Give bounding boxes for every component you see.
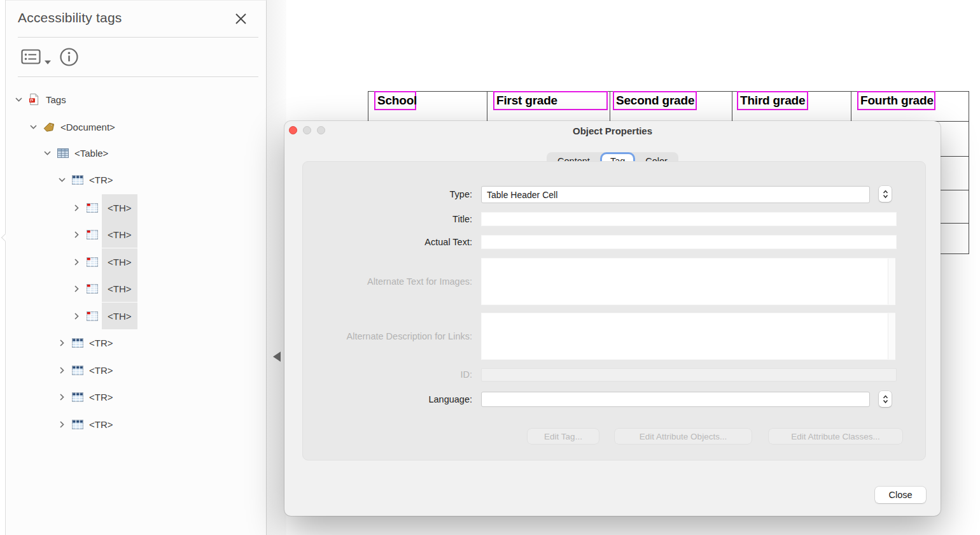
info-icon[interactable] [59,47,79,67]
chevron-right-icon[interactable] [58,366,66,374]
table-icon [57,148,69,159]
title-label: Title: [303,214,472,224]
alt-text-images-field [481,258,895,305]
app-window: Accessibility tags Tags <Document> [0,0,980,535]
tree-item-th-4[interactable]: <TH> [6,275,266,302]
chevron-right-icon[interactable] [73,285,81,293]
chevron-right-icon[interactable] [73,231,81,239]
tree-item-label: Tags [46,94,66,105]
up-down-chevrons-icon [883,395,888,404]
tree-item-label: <TH> [102,275,137,302]
tree-item-th-2[interactable]: <TH> [6,221,266,248]
type-field[interactable] [481,186,870,203]
tag-icon [43,122,55,132]
chevron-down-icon[interactable] [29,123,38,131]
tree-item-label: <Table> [74,148,108,159]
pdf-file-icon [29,94,40,105]
tree-item-label: <TR> [89,338,113,348]
tree-item-document[interactable]: <Document> [6,113,266,140]
language-label: Language: [303,394,472,404]
table-gridline [969,91,969,254]
up-down-chevrons-icon [883,190,888,199]
table-header-cell-icon [87,229,98,240]
title-field[interactable] [481,212,897,226]
chevron-right-icon[interactable] [73,258,81,266]
tree-item-tr-header[interactable]: <TR> [6,166,266,193]
header-cell-text: Fourth grade [860,94,934,108]
object-properties-dialog: Object Properties Content Tag Color Type… [284,121,941,516]
tree-item-label: <TR> [89,175,113,185]
chevron-down-icon[interactable] [43,149,52,157]
tree-item-th-5[interactable]: <TH> [6,303,266,329]
divider [18,37,258,38]
tree-item-tr-4[interactable]: <TR> [6,383,266,410]
table-row-icon [72,175,83,185]
table-header-cell-icon [87,203,98,213]
options-menu-icon[interactable] [21,49,41,65]
scrollbar-track [888,259,895,304]
tree-item-label: <TR> [89,419,113,430]
id-label: ID: [303,369,472,380]
tag-properties-panel: Type: Title: Actual Text: Alternate Text… [302,161,926,460]
type-stepper-button[interactable] [879,186,892,202]
edit-tag-button: Edit Tag... [528,429,599,444]
table-header-cell-icon [87,283,98,294]
table-row-icon [72,338,83,348]
tree-item-th-1[interactable]: <TH> [6,194,266,221]
tree-item-label: <TR> [89,365,113,376]
table-row-icon [72,392,83,403]
chevron-right-icon[interactable] [58,339,66,347]
table-header-cell-icon [87,311,98,322]
table-header-cell-fourth-grade[interactable]: Fourth grade [857,91,935,110]
accessibility-tags-panel: Accessibility tags Tags <Document> [6,0,267,535]
chevron-right-icon[interactable] [58,420,66,429]
tree-item-tr-3[interactable]: <TR> [6,357,266,383]
tree-item-label: <TH> [102,194,137,221]
tree-item-tr-5[interactable]: <TR> [6,411,266,438]
tree-item-label: <TH> [102,221,137,248]
actual-text-field[interactable] [481,235,897,249]
id-field [481,368,897,382]
table-header-cell-second-grade[interactable]: Second grade [613,91,697,110]
alt-text-images-label: Alternate Text for Images: [303,276,472,287]
close-panel-icon[interactable] [234,11,249,27]
tree-item-label: <TR> [89,392,113,403]
tree-item-label: <TH> [102,248,137,275]
tree-item-table[interactable]: <Table> [6,139,266,166]
dialog-title: Object Properties [284,125,941,136]
language-stepper-button[interactable] [879,391,892,407]
panel-title: Accessibility tags [18,10,122,25]
table-row-icon [72,419,83,430]
table-header-cell-third-grade[interactable]: Third grade [737,91,808,110]
options-dropdown-caret-icon[interactable] [45,55,51,59]
header-cell-text: Third grade [740,94,805,108]
tree-item-tags[interactable]: Tags [6,86,266,113]
chevron-right-icon[interactable] [58,393,66,401]
tree-item-label: <TH> [102,303,137,329]
table-header-cell-first-grade[interactable]: First grade [493,91,608,110]
divider [18,76,258,77]
tree-item-tr-2[interactable]: <TR> [6,329,266,356]
actual-text-label: Actual Text: [303,237,472,247]
type-label: Type: [303,189,472,199]
alt-desc-links-field [481,313,895,360]
collapse-panel-arrow-icon[interactable] [273,352,281,362]
table-header-cell-school[interactable]: School [374,91,416,110]
tree-item-th-3[interactable]: <TH> [6,248,266,275]
close-button[interactable]: Close [875,487,926,503]
language-field[interactable] [481,392,870,407]
header-cell-text: Second grade [616,94,694,108]
chevron-down-icon[interactable] [58,176,66,184]
chevron-down-icon[interactable] [15,96,23,104]
chevron-right-icon[interactable] [73,312,81,320]
scrollbar-track [888,313,895,359]
edit-attribute-objects-button: Edit Attribute Objects... [615,429,752,444]
tree-item-label: <Document> [60,122,115,132]
table-row-icon [72,365,83,376]
header-cell-text: School [377,94,417,108]
table-header-cell-icon [87,257,98,268]
edit-attribute-classes-button: Edit Attribute Classes... [769,429,902,444]
chevron-right-icon[interactable] [73,204,81,212]
alt-desc-links-label: Alternate Description for Links: [303,331,472,341]
header-cell-text: First grade [496,94,557,108]
